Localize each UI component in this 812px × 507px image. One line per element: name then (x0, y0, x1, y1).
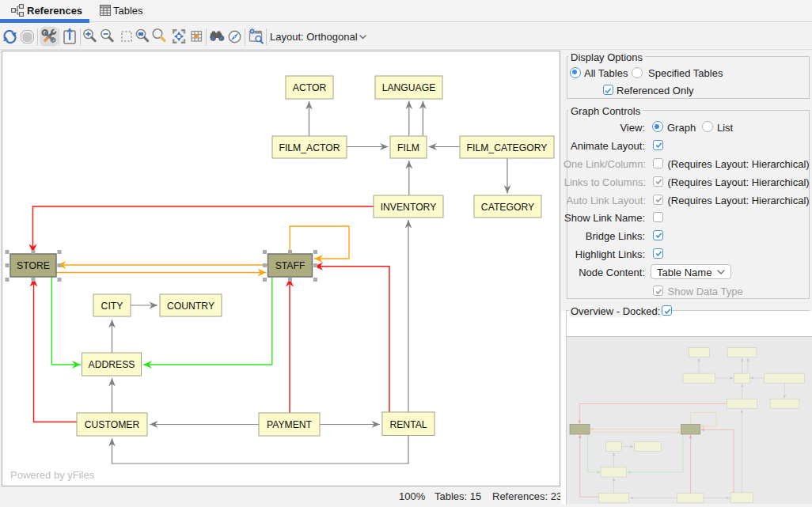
svg-text:CUSTOMER: CUSTOMER (85, 419, 140, 430)
svg-text:FILM: FILM (397, 142, 419, 153)
svg-text:STAFF: STAFF (275, 260, 305, 271)
svg-text:ACTOR: ACTOR (293, 82, 327, 93)
svg-text:PAYMENT: PAYMENT (267, 419, 313, 430)
svg-text:LANGUAGE: LANGUAGE (382, 82, 436, 93)
svg-text:INVENTORY: INVENTORY (381, 202, 437, 213)
svg-text:ADDRESS: ADDRESS (89, 359, 135, 370)
svg-text:STORE: STORE (17, 260, 50, 271)
svg-text:FILM_ACTOR: FILM_ACTOR (279, 142, 340, 153)
svg-text:CATEGORY: CATEGORY (481, 202, 534, 213)
svg-text:COUNTRY: COUNTRY (167, 301, 214, 312)
svg-text:FILM_CATEGORY: FILM_CATEGORY (467, 142, 548, 153)
svg-text:RENTAL: RENTAL (389, 419, 427, 430)
svg-text:CITY: CITY (101, 301, 123, 312)
